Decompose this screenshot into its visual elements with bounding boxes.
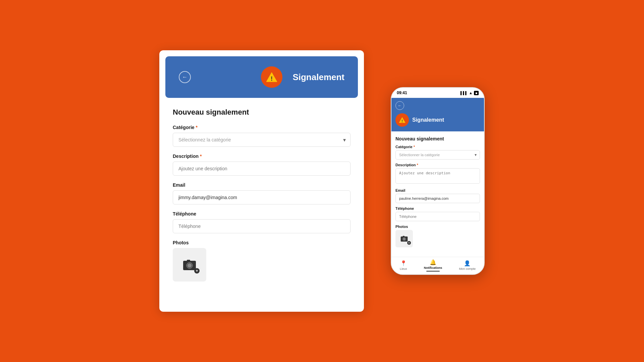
mobile-phone: 09:41 ▌▌▌ ▲ ■ ← ! Signalement [391, 87, 485, 275]
status-icons: ▌▌▌ ▲ ■ [461, 91, 479, 95]
phone-form-title: Nouveau signalement [395, 136, 480, 141]
svg-text:!: ! [401, 119, 403, 123]
svg-point-10 [403, 238, 406, 240]
phone-screen: ← ! Signalement Nouveau signalement [391, 98, 484, 274]
add-photo-plus-icon: + [194, 268, 200, 274]
nav-compte-label: Mon compte [459, 267, 476, 270]
phone-bottom-nav: 📍 Lieux 🔔 Notifications 👤 Mon compte [391, 257, 484, 274]
description-group: Description * [173, 154, 351, 176]
photos-add-button[interactable]: + [173, 248, 206, 282]
header-warning-icon: ! [261, 66, 282, 88]
phone-category-select[interactable]: Sélectionner la catégorie [395, 150, 480, 160]
scene: ← ! Signalement Nouveau signalement Caté… [0, 0, 644, 362]
nav-item-notifications[interactable]: 🔔 Notifications [424, 259, 442, 272]
phone-add-photo-plus-icon: + [407, 241, 411, 245]
phone-photos-label: Photos [395, 225, 480, 229]
category-select[interactable]: Sélectionnez la catégorie [173, 133, 351, 147]
phone-back-button[interactable]: ← [395, 101, 404, 110]
email-input[interactable] [173, 190, 351, 204]
header-title-group: ! Signalement [197, 66, 344, 88]
phone-telephone-input[interactable] [395, 212, 480, 221]
status-bar: 09:41 ▌▌▌ ▲ ■ [391, 88, 484, 98]
phone-nav-back: ← [391, 98, 484, 110]
email-group: Email [173, 182, 351, 204]
user-icon: 👤 [464, 260, 471, 266]
phone-email-label: Email [395, 188, 480, 192]
phone-telephone-group: Téléphone [395, 206, 480, 221]
phone-body: Nouveau signalement Catégorie * Sélectio… [391, 131, 484, 274]
phone-photos-add-button[interactable]: + [395, 230, 413, 247]
category-label: Catégorie * [173, 125, 351, 130]
phone-header-title: Signalement [412, 117, 444, 123]
category-select-wrapper: Sélectionnez la catégorie ▾ [173, 133, 351, 147]
category-required: * [195, 125, 198, 130]
phone-email-input[interactable] [395, 194, 480, 203]
description-input[interactable] [173, 162, 351, 176]
status-time: 09:41 [397, 90, 407, 95]
card-header: ← ! Signalement [165, 56, 358, 98]
location-icon: 📍 [400, 260, 407, 266]
phone-header-warning-icon: ! [395, 113, 409, 127]
svg-point-4 [187, 263, 192, 267]
phone-category-select-wrapper: Sélectionner la catégorie ▾ [395, 150, 480, 160]
wifi-icon: ▲ [469, 91, 473, 95]
desktop-card: ← ! Signalement Nouveau signalement Caté… [159, 50, 364, 312]
phone-description-label: Description * [395, 163, 480, 167]
photos-label: Photos [173, 240, 351, 245]
nav-active-indicator [426, 271, 440, 272]
category-group: Catégorie * Sélectionnez la catégorie ▾ [173, 125, 351, 147]
phone-header: ! Signalement [391, 110, 484, 131]
photos-group: Photos + [173, 240, 351, 282]
description-required: * [199, 154, 202, 159]
phone-category-group: Catégorie * Sélectionner la catégorie ▾ [395, 145, 480, 160]
phone-description-group: Description * [395, 163, 480, 185]
svg-rect-11 [403, 236, 405, 237]
phone-description-required: * [416, 163, 418, 167]
nav-notifications-label: Notifications [424, 266, 442, 269]
telephone-group: Téléphone [173, 211, 351, 233]
phone-telephone-label: Téléphone [395, 206, 480, 210]
telephone-label: Téléphone [173, 211, 351, 217]
battery-icon: ■ [474, 91, 479, 95]
header-title: Signalement [292, 72, 344, 82]
svg-text:!: ! [271, 75, 273, 82]
nav-item-compte[interactable]: 👤 Mon compte [459, 260, 476, 270]
email-label: Email [173, 182, 351, 188]
phone-category-label: Catégorie * [395, 145, 480, 149]
back-button[interactable]: ← [179, 71, 191, 83]
form-title: Nouveau signalement [173, 108, 351, 117]
bell-icon: 🔔 [430, 259, 436, 265]
phone-category-required: * [413, 145, 415, 149]
svg-rect-5 [187, 260, 190, 261]
card-body: Nouveau signalement Catégorie * Sélectio… [159, 98, 364, 298]
nav-lieux-label: Lieux [400, 267, 407, 270]
phone-photos-group: Photos + [395, 225, 480, 247]
description-label: Description * [173, 154, 351, 159]
phone-description-input[interactable] [395, 168, 480, 184]
phone-email-group: Email [395, 188, 480, 203]
nav-item-lieux[interactable]: 📍 Lieux [400, 260, 407, 270]
signal-icon: ▌▌▌ [461, 91, 468, 95]
telephone-input[interactable] [173, 219, 351, 233]
